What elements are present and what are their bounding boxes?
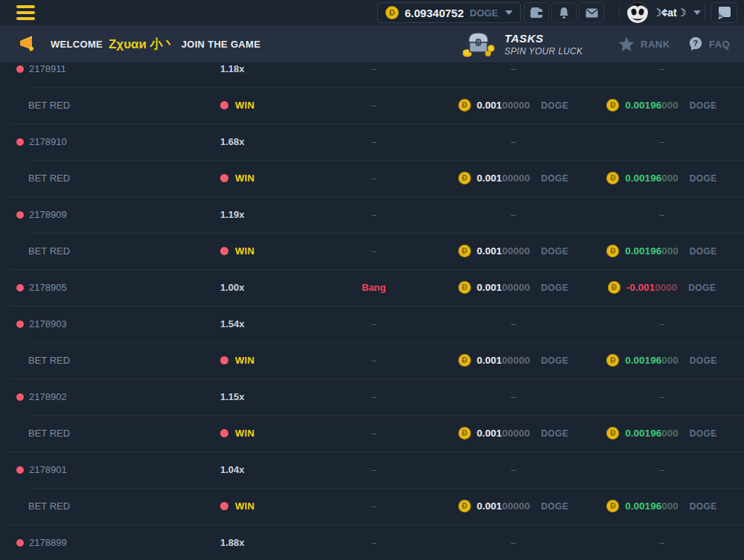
empty-dash: –: [510, 318, 516, 329]
game-row[interactable]: 21789111.18x–––: [0, 62, 744, 87]
currency-label: DOGE: [690, 246, 717, 257]
empty-dash: –: [659, 464, 664, 475]
tasks-title: TASKS: [504, 32, 583, 45]
bet-row[interactable]: BET REDWIN–Ð0.00100000DOGEÐ0.00196000DOG…: [0, 87, 744, 123]
avatar[interactable]: [627, 2, 648, 23]
empty-dash: –: [371, 501, 376, 512]
profit-amount-cell: Ð0.00196000DOGE: [599, 172, 744, 184]
game-row[interactable]: 21789031.54x–––: [0, 306, 744, 342]
menu-hamburger-icon[interactable]: [16, 5, 35, 20]
currency-label: DOGE: [690, 501, 717, 512]
bet-amount: 0.001: [477, 173, 502, 184]
bet-amount-cell: –: [428, 209, 599, 220]
profit-amount-zeros: 0000: [655, 282, 677, 293]
game-color-dot: [16, 65, 24, 73]
game-color-dot: [16, 211, 24, 219]
bet-row[interactable]: BET REDWIN–Ð0.00100000DOGEÐ0.00196000DOG…: [0, 415, 744, 451]
star-icon: [618, 36, 635, 52]
rank-button[interactable]: RANK: [618, 25, 670, 62]
bet-type-label: BET RED: [28, 355, 70, 366]
game-color-dot: [16, 466, 24, 474]
doge-coin-icon: Ð: [458, 500, 471, 512]
empty-dash: –: [371, 245, 376, 257]
bet-amount: 0.001: [477, 245, 502, 257]
empty-dash: –: [659, 391, 664, 402]
game-id: 2178899: [29, 537, 67, 548]
empty-dash: –: [371, 173, 376, 184]
profit-amount: 0.00196: [625, 245, 661, 257]
chat-toggle-button[interactable]: [711, 2, 737, 23]
bet-amount-zeros: 00000: [502, 501, 530, 512]
balance-value: 6.09340752: [405, 7, 464, 19]
empty-dash: –: [659, 136, 664, 147]
win-status-dot: [220, 101, 228, 109]
doge-coin-icon: Ð: [606, 500, 619, 512]
bet-amount-cell: –: [428, 63, 599, 74]
doge-coin-icon: Ð: [606, 427, 619, 440]
empty-dash: –: [371, 318, 376, 329]
empty-dash: –: [510, 391, 516, 402]
welcome-suffix: JOIN THE GAME: [182, 39, 260, 50]
currency-label: DOGE: [541, 501, 568, 512]
game-row[interactable]: 21789101.68x–––: [0, 123, 744, 160]
multiplier: 1.88x: [220, 537, 245, 548]
win-status-dot: [220, 356, 228, 364]
mail-button[interactable]: [579, 2, 604, 23]
bet-row[interactable]: BET REDWIN–Ð0.00100000DOGEÐ0.00196000DOG…: [0, 488, 744, 524]
bet-amount-cell: Ð0.00100000DOGE: [428, 172, 599, 184]
win-status: WIN: [235, 100, 254, 111]
tasks-subtitle: SPIN YOUR LUCK: [504, 46, 583, 57]
game-id: 2178903: [29, 318, 67, 329]
game-id: 2178901: [29, 464, 67, 475]
profit-amount-zeros: 000: [661, 428, 679, 439]
game-row[interactable]: 21789021.15x–––: [0, 379, 744, 415]
bet-row[interactable]: BET REDWIN–Ð0.00100000DOGEÐ0.00196000DOG…: [0, 160, 744, 196]
doge-coin-icon: Ð: [458, 354, 471, 367]
multiplier: 1.18x: [220, 63, 245, 74]
bet-row[interactable]: BET REDWIN–Ð0.00100000DOGEÐ0.00196000DOG…: [0, 233, 744, 269]
bet-amount-cell: Ð0.00100000DOGE: [428, 354, 599, 367]
faq-button[interactable]: ? FAQ: [688, 25, 730, 62]
game-color-dot: [16, 539, 24, 547]
currency-label: DOGE: [690, 100, 717, 111]
doge-coin-icon: Ð: [385, 6, 399, 19]
profit-amount: 0.00196: [625, 501, 661, 512]
win-status-dot: [220, 502, 228, 510]
game-row[interactable]: 21788991.88x–––: [0, 524, 744, 560]
bet-type-label: BET RED: [28, 100, 70, 111]
wallet-icon: [530, 7, 543, 19]
notifications-button[interactable]: [551, 2, 577, 23]
doge-coin-icon: Ð: [458, 427, 471, 440]
bet-amount-zeros: 00000: [502, 245, 530, 257]
balance-selector[interactable]: Ð 6.09340752 DOGE: [377, 2, 521, 23]
username[interactable]: ☽¢at☽: [652, 7, 686, 19]
profit-amount-zeros: 000: [661, 100, 679, 111]
bet-amount-cell: –: [428, 391, 599, 402]
currency-label: DOGE: [541, 173, 568, 184]
profit-amount-zeros: 000: [661, 173, 679, 184]
game-row[interactable]: 21789051.00xBangÐ0.00100000DOGEÐ-0.00100…: [0, 269, 744, 306]
bet-row[interactable]: BET REDWIN–Ð0.00100000DOGEÐ0.00196000DOG…: [0, 342, 744, 379]
profit-amount-cell: –: [599, 136, 744, 147]
balance-currency: DOGE: [469, 7, 498, 19]
game-row[interactable]: 21789011.04x–––: [0, 451, 744, 488]
bet-type-label: BET RED: [28, 428, 70, 439]
profit-amount-cell: –: [599, 391, 744, 402]
profit-amount-cell: –: [599, 464, 744, 475]
empty-dash: –: [371, 209, 376, 220]
bet-amount-cell: –: [428, 318, 599, 329]
svg-text:?: ?: [693, 39, 699, 48]
currency-label: DOGE: [690, 428, 717, 439]
wallet-button[interactable]: [524, 2, 549, 23]
doge-coin-icon: Ð: [606, 172, 619, 184]
bet-type-label: BET RED: [28, 173, 70, 184]
divider: [619, 4, 620, 20]
tasks-button[interactable]: TASKS SPIN YOUR LUCK: [461, 25, 583, 62]
game-color-dot: [16, 321, 24, 328]
win-status: WIN: [235, 355, 254, 366]
megaphone-icon: [19, 35, 38, 53]
bet-amount-zeros: 00000: [502, 428, 530, 439]
welcome-prefix: WELCOME: [51, 39, 103, 50]
game-row[interactable]: 21789091.19x–––: [0, 196, 744, 233]
profit-amount-cell: –: [599, 537, 744, 548]
